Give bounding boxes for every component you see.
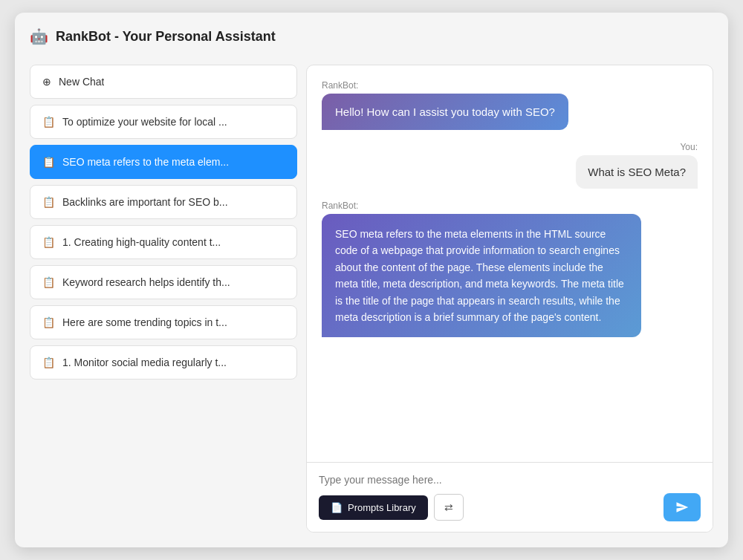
prompts-icon: 📄 — [331, 502, 343, 513]
chat-history-item[interactable]: 📋 Keyword research helps identify th... — [30, 265, 297, 299]
input-toolbar: 📄 Prompts Library ⇄ — [319, 493, 701, 521]
chat-messages: RankBot:Hello! How can I assist you toda… — [307, 65, 713, 462]
sidebar-item-text: Keyword research helps identify th... — [62, 276, 230, 288]
refresh-icon: ⇄ — [444, 501, 453, 513]
sidebar-item-text: 1. Creating high-quality content t... — [62, 236, 221, 248]
chat-history-item[interactable]: 📋 SEO meta refers to the meta elem... — [30, 145, 297, 179]
app-container: 🤖 RankBot - Your Personal Assistant ⊕ Ne… — [15, 13, 728, 547]
sidebar-item-icon: 📋 — [42, 156, 55, 168]
sidebar-item-text: Here are some trending topics in t... — [62, 316, 227, 328]
message-input[interactable] — [319, 474, 701, 486]
app-header: 🤖 RankBot - Your Personal Assistant — [30, 27, 713, 53]
user-bubble: What is SEO Meta? — [576, 155, 698, 189]
app-title: RankBot - Your Personal Assistant — [56, 29, 276, 45]
sidebar-item-text: New Chat — [59, 76, 104, 88]
sidebar-item-text: 1. Monitor social media regularly t... — [62, 356, 227, 368]
chat-area: RankBot:Hello! How can I assist you toda… — [306, 65, 713, 533]
sidebar-item-icon: 📋 — [42, 236, 55, 248]
chat-history-item[interactable]: 📋 1. Creating high-quality content t... — [30, 225, 297, 259]
sidebar-item-icon: 📋 — [42, 356, 55, 368]
chat-input-area: 📄 Prompts Library ⇄ — [307, 462, 713, 532]
send-button[interactable] — [663, 493, 701, 521]
new-chat-button[interactable]: ⊕ New Chat — [30, 65, 297, 99]
message-label: RankBot: — [322, 201, 358, 211]
sidebar: ⊕ New Chat 📋 To optimize your website fo… — [30, 65, 297, 533]
sidebar-item-text: SEO meta refers to the meta elem... — [62, 156, 229, 168]
bot-message: RankBot:SEO meta refers to the meta elem… — [322, 201, 641, 337]
chat-history-item[interactable]: 📋 Here are some trending topics in t... — [30, 305, 297, 339]
prompts-library-button[interactable]: 📄 Prompts Library — [319, 495, 428, 520]
main-layout: ⊕ New Chat 📋 To optimize your website fo… — [30, 65, 713, 533]
user-message: You:What is SEO Meta? — [576, 142, 698, 189]
sidebar-item-icon: 📋 — [42, 316, 55, 328]
chat-history-item[interactable]: 📋 Backlinks are important for SEO b... — [30, 185, 297, 219]
bot-icon: 🤖 — [30, 27, 48, 45]
refresh-button[interactable]: ⇄ — [434, 494, 464, 521]
message-label: RankBot: — [322, 80, 358, 91]
send-icon — [675, 501, 689, 514]
sidebar-item-icon: 📋 — [42, 116, 55, 128]
bot-bubble: SEO meta refers to the meta elements in … — [322, 214, 641, 337]
message-label: You: — [680, 142, 698, 152]
sidebar-item-icon: ⊕ — [42, 76, 51, 88]
sidebar-item-icon: 📋 — [42, 276, 55, 288]
bot-bubble: Hello! How can I assist you today with S… — [322, 94, 568, 130]
chat-history-item[interactable]: 📋 1. Monitor social media regularly t... — [30, 345, 297, 380]
prompts-library-label: Prompts Library — [348, 502, 416, 513]
chat-history-item[interactable]: 📋 To optimize your website for local ... — [30, 105, 297, 139]
sidebar-item-text: To optimize your website for local ... — [62, 116, 227, 128]
sidebar-item-text: Backlinks are important for SEO b... — [62, 196, 228, 208]
bot-message: RankBot:Hello! How can I assist you toda… — [322, 80, 641, 130]
sidebar-item-icon: 📋 — [42, 196, 55, 208]
